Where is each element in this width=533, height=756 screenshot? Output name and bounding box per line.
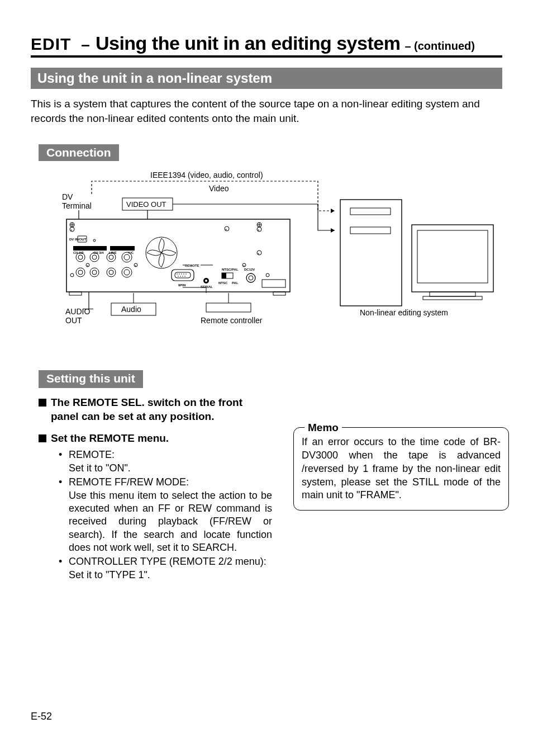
dv-terminal-label-1: DV xyxy=(62,192,73,201)
rear-panel-icon: + + DV IN/OUT AUDIO CH 1/2 CH 3/4 + xyxy=(66,219,290,295)
ieee-label: IEEE1394 (video, audio, control) xyxy=(150,171,263,179)
chapter-prefix: EDIT xyxy=(31,35,71,54)
svg-point-61 xyxy=(180,276,181,277)
page-number: E-52 xyxy=(31,711,52,722)
set-remote-heading: Set the REMOTE menu. xyxy=(39,432,262,446)
list-item: REMOTE: Set it to "ON". xyxy=(60,448,272,475)
list-item: CONTROLLER TYPE (REMOTE 2/2 menu): Set i… xyxy=(60,555,272,582)
square-bullet-icon xyxy=(39,399,46,407)
audio-out-label-1: AUDIO xyxy=(65,307,90,316)
svg-text:+: + xyxy=(225,228,227,231)
remote-controller-label: Remote controller xyxy=(201,316,263,325)
video-label: Video xyxy=(209,184,229,193)
svg-text:PAL: PAL xyxy=(232,281,239,285)
memo-box: Memo If an error occurs to the time code… xyxy=(293,415,509,511)
chapter-main: Using the unit in an editing system xyxy=(96,32,400,54)
chapter-title: EDIT – Using the unit in an editing syst… xyxy=(31,32,502,58)
svg-text:CH 1/2: CH 1/2 xyxy=(73,251,84,254)
setting-tag: Setting this unit xyxy=(39,370,143,388)
remote-menu-list: REMOTE: Set it to "ON". REMOTE FF/REW MO… xyxy=(60,448,272,582)
svg-point-57 xyxy=(181,273,182,275)
svg-rect-96 xyxy=(412,225,493,292)
svg-text:NTSC: NTSC xyxy=(218,281,228,285)
svg-point-63 xyxy=(184,276,185,277)
dash: – xyxy=(81,36,90,54)
chapter-suffix: – (continued) xyxy=(404,40,475,53)
svg-text:REMOTE: REMOTE xyxy=(185,264,199,267)
svg-rect-99 xyxy=(423,296,482,300)
svg-text:AUDIO: AUDIO xyxy=(80,247,91,251)
nls-icon xyxy=(340,200,493,306)
nls-label: Non-linear editing system xyxy=(360,308,448,317)
memo-body: If an error occurs to the time code of B… xyxy=(302,436,501,500)
svg-text:VIDEO: VIDEO xyxy=(113,247,124,251)
svg-rect-84 xyxy=(273,292,285,295)
svg-rect-93 xyxy=(340,200,402,306)
connection-diagram: IEEE1394 (video, audio, control) Video V… xyxy=(39,169,502,348)
intro-paragraph: This is a system that captures the conte… xyxy=(31,97,502,125)
memo-title: Memo xyxy=(304,422,342,434)
svg-rect-89 xyxy=(206,303,251,312)
svg-point-56 xyxy=(179,273,180,275)
svg-text:+: + xyxy=(258,228,260,231)
svg-text:+: + xyxy=(70,228,73,231)
svg-text:SERIAL: SERIAL xyxy=(201,285,213,289)
svg-rect-70 xyxy=(222,273,226,278)
svg-text:NTSC/PAL: NTSC/PAL xyxy=(222,268,239,271)
list-item: REMOTE FF/REW MODE: Use this menu item t… xyxy=(60,476,272,554)
svg-point-66 xyxy=(205,280,207,282)
svg-text:DC12V: DC12V xyxy=(244,268,255,271)
video-out-label: VIDEO OUT xyxy=(126,200,166,209)
svg-text:+: + xyxy=(243,264,245,267)
svg-point-58 xyxy=(183,273,184,275)
section-bar: Using the unit in a non-linear system xyxy=(31,68,502,89)
svg-text:9PIN: 9PIN xyxy=(178,284,185,287)
remote-sel-heading: The REMOTE SEL. switch on the front pane… xyxy=(39,396,262,423)
square-bullet-icon xyxy=(39,434,46,442)
dv-terminal-label-2: Terminal xyxy=(62,201,92,210)
svg-point-55 xyxy=(177,273,178,275)
svg-text:+: + xyxy=(258,252,260,255)
svg-rect-83 xyxy=(69,292,82,295)
svg-point-60 xyxy=(178,276,179,277)
audio-label: Audio xyxy=(121,305,141,314)
connection-tag: Connection xyxy=(39,144,119,161)
svg-marker-0 xyxy=(331,209,335,213)
svg-text:+: + xyxy=(87,264,89,267)
svg-point-62 xyxy=(182,276,183,277)
svg-text:+: + xyxy=(135,264,137,267)
page: EDIT – Using the unit in an editing syst… xyxy=(0,0,533,756)
svg-marker-3 xyxy=(331,228,335,233)
svg-point-59 xyxy=(185,273,187,275)
audio-out-label-2: OUT xyxy=(65,316,82,325)
svg-rect-98 xyxy=(430,292,475,296)
